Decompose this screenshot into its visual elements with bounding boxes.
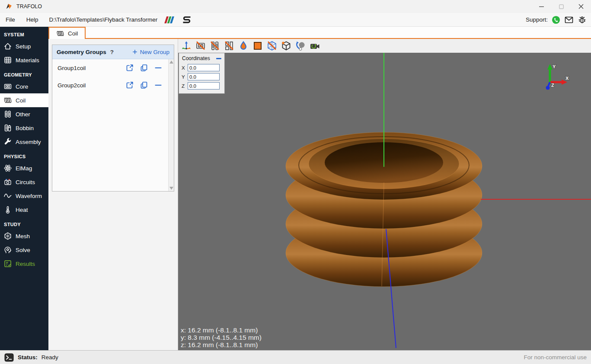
coord-y-input[interactable]	[188, 73, 220, 80]
sidebar-item-label: Waveform	[16, 193, 42, 199]
dimension-x: x: 16.2 mm (-8.1..8.1 mm)	[181, 326, 262, 334]
coil-3d-render: Y X Z	[178, 53, 591, 350]
sidebar-item-elmag[interactable]: ElMag	[0, 161, 48, 175]
transform-axes-icon	[181, 40, 192, 51]
thermometer-icon	[3, 205, 12, 214]
orange-square-icon	[252, 40, 263, 51]
wrench-icon	[3, 137, 12, 146]
sidebar-item-label: Coil	[16, 97, 26, 104]
groups-scrollbar[interactable]	[168, 59, 174, 191]
orbit-view-button[interactable]	[295, 40, 306, 51]
transform-tool-button[interactable]	[181, 40, 192, 51]
sidebar-item-results[interactable]: Results	[0, 257, 48, 271]
coord-x-input[interactable]	[188, 64, 220, 71]
tab-bar-filler	[86, 27, 591, 39]
hide-coil-icon	[209, 40, 220, 51]
svg-text:Y: Y	[553, 64, 556, 69]
sidebar-item-label: Solve	[16, 247, 30, 253]
minimize-button[interactable]	[531, 0, 551, 13]
camera-settings-button[interactable]	[309, 40, 320, 51]
coil-tab-icon	[56, 29, 64, 38]
coord-y-label: Y	[182, 74, 185, 80]
geometry-groups-list: Group1coil Group2coil	[52, 59, 174, 191]
collapse-panel-button[interactable]	[216, 58, 221, 59]
help-button[interactable]: ?	[110, 49, 114, 55]
status-value: Ready	[42, 354, 58, 361]
view-cube-button[interactable]	[281, 40, 292, 51]
sidebar-item-mesh[interactable]: Mesh	[0, 229, 48, 243]
app-window: TRAFOLO File Help D:\Trafolo\Templates\F…	[0, 0, 591, 364]
group-row-1[interactable]: Group1coil	[52, 59, 174, 77]
scroll-up-icon[interactable]	[169, 61, 173, 64]
core-icon	[3, 82, 12, 91]
materials-grid-icon	[3, 56, 12, 64]
scroll-down-icon[interactable]	[169, 187, 173, 190]
hide-wireframe-button[interactable]	[266, 40, 278, 51]
bobbin-icon	[3, 124, 12, 132]
new-group-button[interactable]: New Group	[132, 49, 169, 55]
sidebar-item-label: Circuits	[16, 179, 35, 185]
coordinates-panel: Coordinates X Y Z	[179, 53, 225, 94]
sidebar-item-circuits[interactable]: Circuits	[0, 175, 48, 189]
coil-panel: Geometry Groups ? New Group Group1coil	[48, 39, 178, 350]
email-icon[interactable]	[564, 15, 574, 25]
geometry-groups-box: Geometry Groups ? New Group Group1coil	[52, 45, 174, 192]
status-bar: Status: Ready For non-commercial use	[0, 350, 591, 364]
remove-group-icon[interactable]	[154, 81, 163, 89]
section-plane-button[interactable]	[252, 40, 263, 51]
section-title-physics: PHYSICS	[0, 152, 48, 161]
results-checklist-icon	[3, 259, 12, 268]
sidebar-item-other[interactable]: Other	[0, 107, 48, 121]
coordinates-title: Coordinates	[182, 55, 210, 61]
hide-other-button[interactable]	[224, 40, 235, 51]
remove-group-icon[interactable]	[154, 64, 163, 72]
sidebar-item-bobbin[interactable]: Bobbin	[0, 121, 48, 135]
sidebar-item-heat[interactable]: Heat	[0, 203, 48, 217]
coord-z-input[interactable]	[188, 82, 220, 89]
section-title-study: STUDY	[0, 220, 48, 229]
coil-icon	[3, 96, 12, 105]
hide-core-button[interactable]	[195, 40, 206, 51]
sidebar-item-materials[interactable]: Materials	[0, 53, 48, 67]
viewport-3d[interactable]: Y X Z Coordinates X Y Z x: 16.2 mm (-8.1…	[178, 53, 591, 350]
sidebar-item-assembly[interactable]: Assembly	[0, 135, 48, 149]
license-notice: For non-commercial use	[524, 354, 587, 361]
sidebar-item-core[interactable]: Core	[0, 80, 48, 93]
section-title-geometry: GEOMETRY	[0, 70, 48, 80]
new-group-label: New Group	[140, 49, 169, 55]
droplet-icon	[238, 40, 249, 51]
copy-group-icon[interactable]	[140, 64, 148, 72]
menu-file[interactable]: File	[0, 16, 21, 23]
tab-coil[interactable]: Coil	[48, 27, 86, 39]
fluid-domain-button[interactable]	[238, 40, 249, 51]
sidebar-item-coil[interactable]: Coil	[0, 93, 48, 107]
coord-x-label: X	[182, 65, 185, 70]
hide-coil-button[interactable]	[209, 40, 220, 51]
bug-report-icon[interactable]	[578, 15, 587, 24]
sine-wave-icon	[3, 192, 12, 200]
copy-group-icon[interactable]	[140, 81, 148, 89]
close-button[interactable]	[571, 0, 591, 13]
circuit-icon	[3, 178, 12, 186]
mesh-cube-icon	[3, 232, 12, 240]
whatsapp-icon[interactable]	[552, 16, 560, 24]
menu-help[interactable]: Help	[21, 16, 44, 23]
maximize-button[interactable]	[551, 0, 571, 13]
tab-label: Coil	[68, 30, 78, 37]
sidebar-item-solve[interactable]: Solve	[0, 243, 48, 257]
sidebar-item-label: ElMag	[16, 165, 32, 172]
sidebar-item-waveform[interactable]: Waveform	[0, 189, 48, 203]
sidebar-item-label: Results	[16, 261, 35, 267]
title-bar: TRAFOLO	[0, 0, 591, 13]
open-group-icon[interactable]	[125, 64, 134, 72]
group-name: Group1coil	[58, 65, 86, 71]
tab-bar: Coil	[48, 27, 591, 39]
open-group-icon[interactable]	[125, 81, 134, 89]
bounding-box-dimensions: x: 16.2 mm (-8.1..8.1 mm) y: 8.3 mm (-4.…	[181, 326, 262, 348]
sidebar: SYSTEM Setup Materials GEOMETRY Core Coi…	[0, 27, 48, 350]
hide-core-icon	[195, 40, 206, 51]
sidebar-item-setup[interactable]: Setup	[0, 39, 48, 53]
group-row-2[interactable]: Group2coil	[52, 77, 174, 94]
geometry-groups-title: Geometry Groups	[57, 49, 106, 55]
terminal-icon[interactable]	[4, 353, 14, 362]
